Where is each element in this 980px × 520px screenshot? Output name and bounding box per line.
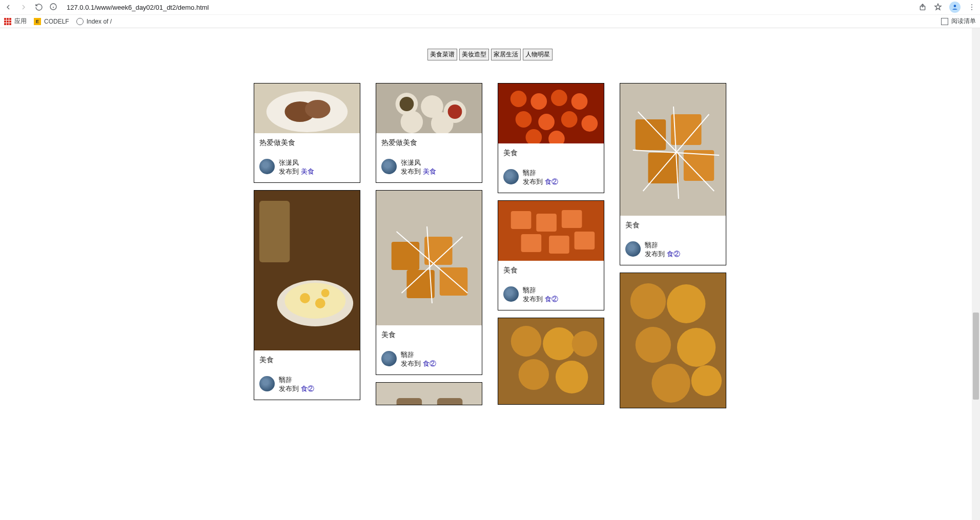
svg-rect-34 <box>437 398 463 405</box>
site-info-icon[interactable] <box>49 3 58 12</box>
reload-button[interactable] <box>35 3 43 11</box>
card-title: 热爱做美食 <box>259 138 355 148</box>
svg-point-5 <box>971 4 972 5</box>
svg-point-18 <box>321 289 330 297</box>
publish-link[interactable]: 食② <box>545 295 558 303</box>
user-avatar[interactable] <box>625 241 641 257</box>
svg-point-25 <box>400 97 414 111</box>
svg-point-4 <box>954 5 956 7</box>
codelf-icon: E <box>34 18 41 25</box>
filter-home[interactable]: 家居生活 <box>491 49 521 60</box>
user-avatar[interactable] <box>381 159 397 174</box>
publish-link[interactable]: 食② <box>667 250 680 258</box>
svg-point-7 <box>971 9 972 10</box>
bookmark-indexof[interactable]: Index of / <box>76 18 112 25</box>
card-image <box>620 273 726 408</box>
card-image <box>620 84 726 216</box>
svg-point-56 <box>519 359 549 390</box>
scrollbar[interactable] <box>972 28 980 408</box>
bookmark-label: CODELF <box>44 18 69 25</box>
svg-rect-32 <box>376 383 482 405</box>
filter-beauty[interactable]: 美妆造型 <box>459 49 489 60</box>
star-icon[interactable] <box>934 3 942 11</box>
card[interactable]: 美食 翳辞 发布到 食② <box>498 200 604 310</box>
bookmark-apps[interactable]: 应用 <box>4 17 27 26</box>
svg-point-69 <box>651 364 690 403</box>
user-name: 张潇风 <box>401 159 436 168</box>
svg-point-41 <box>538 114 555 130</box>
card[interactable]: 美食 翳辞 发布到 食② <box>620 83 726 265</box>
publish-label: 发布到 <box>279 168 299 175</box>
card[interactable]: 热爱做美食 张潇风 发布到 美食 <box>254 83 360 183</box>
card-image <box>376 191 482 325</box>
forward-button[interactable] <box>19 3 28 11</box>
share-icon[interactable] <box>918 3 927 11</box>
svg-point-65 <box>630 283 666 319</box>
svg-point-58 <box>572 331 598 357</box>
card[interactable] <box>498 318 604 405</box>
svg-point-37 <box>530 93 547 110</box>
card[interactable]: 美食 翳辞 发布到 食② <box>376 190 482 375</box>
publish-label: 发布到 <box>523 178 543 185</box>
svg-point-39 <box>571 93 588 110</box>
svg-point-15 <box>284 283 345 319</box>
card-title: 热爱做美食 <box>381 138 477 148</box>
user-avatar[interactable] <box>503 169 519 184</box>
reading-list-label: 阅读清单 <box>951 17 976 26</box>
menu-icon[interactable] <box>968 3 976 11</box>
user-name: 翳辞 <box>279 376 314 385</box>
bookmark-label: 应用 <box>14 17 27 26</box>
publish-link[interactable]: 食② <box>545 178 558 185</box>
card[interactable]: 热爱做美食 张潇风 发布到 美食 <box>376 83 482 183</box>
globe-icon <box>76 18 84 25</box>
scrollbar-thumb[interactable] <box>973 313 979 400</box>
svg-point-43 <box>581 115 598 132</box>
filter-people[interactable]: 人物明星 <box>523 49 553 60</box>
svg-point-38 <box>551 90 567 106</box>
svg-point-23 <box>401 111 423 133</box>
svg-rect-47 <box>511 211 532 229</box>
publish-link[interactable]: 食② <box>423 360 436 367</box>
svg-rect-28 <box>392 242 419 270</box>
page-content: 美食菜谱 美妆造型 家居生活 人物明星 热爱做美食 张潇风 发布到 美食 <box>0 28 980 408</box>
filter-food[interactable]: 美食菜谱 <box>427 49 457 60</box>
bookmark-label: Index of / <box>87 18 112 25</box>
svg-point-40 <box>516 111 532 128</box>
card[interactable]: 美食 翳辞 发布到 食② <box>498 83 604 193</box>
publish-link[interactable]: 美食 <box>301 168 314 175</box>
card-title: 美食 <box>503 266 599 275</box>
user-name: 翳辞 <box>523 286 558 295</box>
card-image <box>498 84 604 143</box>
svg-rect-50 <box>521 234 542 252</box>
svg-point-17 <box>315 298 325 308</box>
card[interactable] <box>620 273 726 408</box>
svg-rect-49 <box>562 210 582 228</box>
bookmark-codelf[interactable]: E CODELF <box>34 18 69 25</box>
card[interactable] <box>376 382 482 405</box>
user-avatar[interactable] <box>381 351 397 366</box>
svg-point-6 <box>971 7 972 8</box>
reading-list-button[interactable]: 阅读清单 <box>941 17 976 26</box>
user-name: 张潇风 <box>279 159 314 168</box>
address-bar[interactable]: 127.0.0.1/www/week6_day02/01_dt2/demo.ht… <box>65 4 912 11</box>
toolbar: 127.0.0.1/www/week6_day02/01_dt2/demo.ht… <box>0 0 980 14</box>
user-avatar[interactable] <box>259 159 275 174</box>
svg-point-54 <box>511 326 541 357</box>
card-image <box>376 84 482 133</box>
svg-point-16 <box>300 293 310 303</box>
user-name: 翳辞 <box>401 351 436 360</box>
card-image <box>376 383 482 405</box>
back-button[interactable] <box>4 3 12 11</box>
publish-link[interactable]: 食② <box>301 385 314 392</box>
svg-point-26 <box>448 105 462 119</box>
user-avatar[interactable] <box>503 286 519 302</box>
masonry-column: 美食 翳辞 发布到 食② 美食 <box>498 83 604 408</box>
svg-point-66 <box>667 284 705 323</box>
svg-rect-33 <box>397 398 422 405</box>
publish-link[interactable]: 美食 <box>423 168 436 175</box>
card-image <box>498 318 604 404</box>
profile-avatar[interactable] <box>949 2 961 13</box>
card[interactable]: 美食 翳辞 发布到 食② <box>254 190 360 400</box>
user-avatar[interactable] <box>259 376 275 391</box>
card-title: 美食 <box>259 356 355 365</box>
